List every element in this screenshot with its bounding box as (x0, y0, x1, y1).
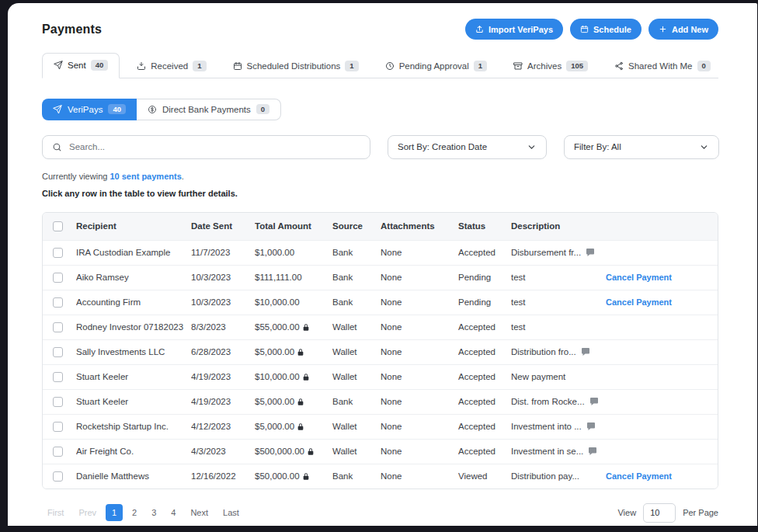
cell-actions: Cancel Payment (606, 297, 718, 307)
tab-scheduled-distributions[interactable]: Scheduled Distributions1 (224, 55, 368, 78)
search-input[interactable] (69, 142, 360, 151)
sent-payments-link[interactable]: 10 sent payments (110, 172, 181, 181)
cell-recipient: Danielle Matthews (76, 471, 191, 481)
tab-sent[interactable]: Sent40 (42, 53, 120, 78)
filter-by-select[interactable]: Filter By: All (564, 135, 719, 159)
row-checkbox[interactable] (53, 248, 63, 258)
cell-status: Pending (458, 297, 511, 307)
tab-badge: 40 (91, 60, 109, 71)
select-all-checkbox[interactable] (53, 221, 63, 231)
cell-recipient: Rodney Investor 07182023 (76, 322, 191, 332)
cell-source: Wallet (332, 322, 381, 332)
cell-recipient: Stuart Keeler (76, 397, 191, 406)
page-1[interactable]: 1 (106, 504, 123, 521)
lock-icon (297, 398, 304, 406)
page-next[interactable]: Next (185, 505, 214, 520)
cancel-payment-link[interactable]: Cancel Payment (606, 297, 672, 307)
cell-attachments: None (381, 397, 458, 406)
cell-total-amount: $10,000.00 (255, 297, 332, 307)
comment-icon (586, 248, 595, 257)
per-page-input[interactable] (643, 503, 676, 523)
row-checkbox[interactable] (53, 372, 63, 382)
lock-icon (297, 348, 304, 356)
per-page-label: Per Page (683, 508, 718, 517)
tab-received[interactable]: Received1 (127, 55, 215, 78)
cell-date-sent: 12/16/2022 (191, 471, 255, 481)
viewing-prefix: Currently viewing (42, 172, 107, 181)
cell-recipient: Accounting Firm (76, 297, 191, 307)
pagination-row: FirstPrev1234NextLast View Per Page (42, 503, 718, 527)
page-last[interactable]: Last (217, 505, 245, 520)
cell-attachments: None (381, 347, 458, 356)
tab-archives[interactable]: Archives105 (504, 55, 597, 78)
row-checkbox[interactable] (53, 347, 63, 357)
cancel-payment-link[interactable]: Cancel Payment (606, 273, 672, 282)
table-rows: IRA Custodian Example11/7/2023$1,000.00B… (43, 240, 718, 489)
table-row[interactable]: Stuart Keeler4/19/2023$5,000.00BankNoneA… (43, 389, 718, 414)
cell-description: test (511, 273, 606, 282)
cancel-payment-link[interactable]: Cancel Payment (606, 471, 672, 481)
cell-status: Pending (458, 273, 511, 282)
subtab-direct-bank-payments[interactable]: Direct Bank Payments0 (137, 99, 281, 120)
page-title: Payments (42, 23, 102, 37)
cell-recipient: Air Freight Co. (76, 447, 191, 456)
table-row[interactable]: Danielle Matthews12/16/2022$50,000.00Ban… (43, 464, 718, 489)
cell-recipient: Stuart Keeler (76, 372, 191, 381)
cell-date-sent: 11/7/2023 (191, 248, 255, 257)
lock-icon (302, 472, 310, 481)
row-checkbox[interactable] (53, 422, 63, 432)
cell-attachments: None (381, 447, 458, 456)
table-row[interactable]: Accounting Firm10/3/2023$10,000.00BankNo… (43, 290, 718, 315)
row-checkbox[interactable] (53, 447, 63, 457)
row-checkbox[interactable] (53, 322, 63, 332)
subtab-veripays[interactable]: VeriPays40 (42, 99, 137, 120)
page-2[interactable]: 2 (127, 505, 142, 520)
table-row[interactable]: Rocketship Startup Inc.4/12/2023$5,000.0… (43, 414, 718, 439)
add-new-button[interactable]: Add New (648, 19, 718, 40)
column-header-description: Description (511, 221, 606, 231)
share-icon (614, 61, 624, 71)
page-3[interactable]: 3 (146, 505, 162, 520)
cell-attachments: None (381, 422, 458, 431)
cell-status: Accepted (458, 372, 511, 381)
cell-attachments: None (381, 372, 458, 381)
tab-label: Pending Approval (399, 61, 469, 71)
tab-shared-with-me[interactable]: Shared With Me0 (605, 55, 720, 78)
subtab-label: Direct Bank Payments (162, 105, 251, 114)
cell-description: test (511, 322, 606, 332)
tab-badge: 0 (697, 61, 711, 71)
chevron-down-icon (699, 142, 709, 152)
plus-icon (659, 25, 667, 33)
row-checkbox[interactable] (53, 273, 63, 283)
import-veripays-button[interactable]: Import VeriPays (465, 19, 563, 40)
view-label: View (617, 508, 636, 517)
cell-description: test (511, 297, 606, 307)
row-checkbox[interactable] (53, 397, 63, 407)
search-box[interactable] (42, 135, 370, 159)
button-label: Schedule (593, 25, 631, 34)
row-checkbox[interactable] (53, 297, 63, 308)
search-icon (52, 142, 62, 152)
calendar-icon (233, 61, 242, 71)
table-row[interactable]: Air Freight Co.4/3/2023$500,000.00Wallet… (43, 439, 718, 464)
cell-date-sent: 6/28/2023 (191, 347, 255, 356)
cell-status: Accepted (458, 422, 511, 431)
cell-source: Bank (332, 471, 381, 481)
table-row[interactable]: Aiko Ramsey10/3/2023$111,111.00BankNoneP… (43, 265, 718, 290)
cell-description: Distribution fro... (511, 347, 606, 356)
sort-by-select[interactable]: Sort By: Creation Date (388, 135, 547, 159)
page-4[interactable]: 4 (165, 505, 181, 520)
send-icon (53, 105, 62, 114)
table-row[interactable]: Sally Investments LLC6/28/2023$5,000.00W… (43, 339, 718, 364)
table-row[interactable]: Stuart Keeler4/19/2023$10,000.00WalletNo… (43, 364, 718, 389)
row-checkbox[interactable] (53, 471, 63, 482)
tab-pending-approval[interactable]: Pending Approval1 (376, 55, 496, 78)
cell-recipient: Rocketship Startup Inc. (76, 422, 191, 431)
cell-status: Accepted (458, 347, 511, 356)
cell-date-sent: 8/3/2023 (191, 322, 255, 332)
subtab-label: VeriPays (68, 105, 103, 114)
cell-recipient: IRA Custodian Example (76, 248, 191, 257)
schedule-button[interactable]: Schedule (570, 19, 642, 40)
table-row[interactable]: Rodney Investor 071820238/3/2023$55,000.… (43, 315, 718, 339)
table-row[interactable]: IRA Custodian Example11/7/2023$1,000.00B… (43, 240, 718, 265)
